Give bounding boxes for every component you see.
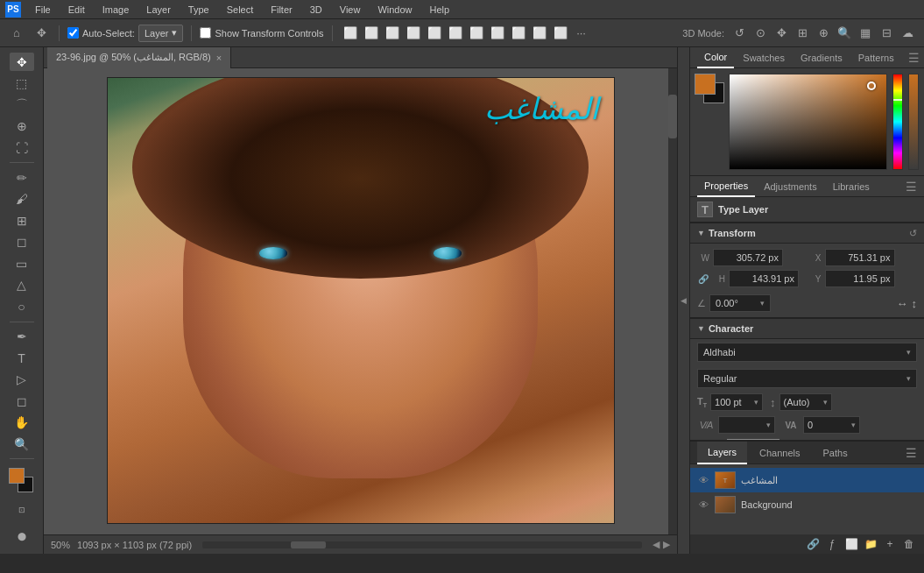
shape-tool[interactable]: ◻ <box>10 392 34 410</box>
transform-reset-icon[interactable]: ↺ <box>909 228 917 239</box>
tab-paths[interactable]: Paths <box>813 442 858 464</box>
font-name-dropdown[interactable]: Aldhabi ▾ <box>697 343 917 362</box>
color-cursor[interactable] <box>867 81 876 90</box>
layer-eye-icon-2[interactable]: 👁 <box>697 499 709 510</box>
marquee-tool[interactable]: ⬚ <box>10 74 34 92</box>
align-middle-icon[interactable]: ⬜ <box>425 24 444 43</box>
tab-patterns[interactable]: Patterns <box>851 47 901 68</box>
layout-icon[interactable]: ▦ <box>856 24 875 43</box>
extra-icon[interactable]: ⊟ <box>877 24 896 43</box>
tab-layers[interactable]: Layers <box>697 442 747 464</box>
horizontal-scrollbar[interactable] <box>202 541 642 548</box>
gradient-tool[interactable]: ▭ <box>10 254 34 272</box>
zoom-3d-icon[interactable]: ⊞ <box>793 24 812 43</box>
lasso-tool[interactable]: ⌒ <box>10 96 34 114</box>
layer-mask-icon[interactable]: ⬜ <box>843 536 859 552</box>
crop-tool[interactable]: ⛶ <box>10 138 34 157</box>
distribute-5-icon[interactable]: ⬜ <box>551 24 570 43</box>
link-layers-icon[interactable]: 🔗 <box>805 536 821 552</box>
zoom-icon[interactable]: 🔍 <box>835 24 854 43</box>
kerning-input[interactable]: 0 ▾ <box>803 416 860 434</box>
more-options-icon[interactable]: ··· <box>572 24 591 43</box>
move-tool[interactable]: ✥ <box>10 53 34 71</box>
menu-type[interactable]: Type <box>185 4 213 15</box>
hue-slider[interactable] <box>892 74 903 170</box>
scroll-right-icon[interactable]: ▶ <box>663 539 670 550</box>
h-scroll-thumb[interactable] <box>291 541 326 548</box>
align-left-icon[interactable]: ⬜ <box>341 24 360 43</box>
path-select-tool[interactable]: ▷ <box>10 370 34 388</box>
color-gradient-picker[interactable] <box>729 74 887 170</box>
align-bottom-icon[interactable]: ⬜ <box>446 24 465 43</box>
quick-select-tool[interactable]: ⊕ <box>10 117 34 135</box>
cloud-icon[interactable]: ☁ <box>898 24 917 43</box>
distribute-1-icon[interactable]: ⬜ <box>467 24 486 43</box>
pen-tool[interactable]: ✒ <box>10 327 34 345</box>
eyedropper-tool[interactable]: ✏ <box>10 168 34 187</box>
tab-channels[interactable]: Channels <box>749 442 810 464</box>
menu-filter[interactable]: Filter <box>267 4 295 15</box>
menu-window[interactable]: Window <box>374 4 415 15</box>
brush-tool[interactable]: 🖌 <box>10 190 34 209</box>
new-layer-icon[interactable]: + <box>882 536 898 552</box>
quick-mask-icon[interactable]: ⬤ <box>10 524 34 548</box>
layer-row-1[interactable]: 👁 T المشاغب <box>690 468 924 492</box>
layer-effects-icon[interactable]: ƒ <box>824 536 840 552</box>
rotate-icon[interactable]: ↺ <box>730 24 749 43</box>
align-center-h-icon[interactable]: ⬜ <box>362 24 381 43</box>
tab-properties[interactable]: Properties <box>697 176 755 197</box>
distribute-2-icon[interactable]: ⬜ <box>488 24 507 43</box>
height-input[interactable]: 143.91 px <box>729 270 799 287</box>
leading-input[interactable]: (Auto) ▾ <box>779 393 832 411</box>
layers-panel-menu-icon[interactable]: ☰ <box>906 446 917 460</box>
default-colors-icon[interactable]: ⊡ <box>10 498 34 522</box>
tracking-input[interactable]: ▾ <box>718 416 775 434</box>
layer-eye-icon[interactable]: 👁 <box>697 475 709 485</box>
delete-layer-icon[interactable]: 🗑 <box>901 536 917 552</box>
stamp-tool[interactable]: ⊞ <box>10 211 34 230</box>
color-panel-menu-icon[interactable]: ☰ <box>908 51 920 65</box>
opacity-slider[interactable] <box>908 74 919 170</box>
orbit-icon[interactable]: ⊙ <box>751 24 770 43</box>
move-icon[interactable]: ✥ <box>32 24 51 43</box>
menu-help[interactable]: Help <box>427 4 454 15</box>
home-icon[interactable]: ⌂ <box>7 24 26 43</box>
eraser-tool[interactable]: ◻ <box>10 233 34 251</box>
auto-select-checkbox[interactable] <box>67 27 79 39</box>
align-right-icon[interactable]: ⬜ <box>383 24 402 43</box>
foreground-color[interactable] <box>9 468 25 484</box>
layer-row-2[interactable]: 👁 Background <box>690 492 924 517</box>
lock-aspect-icon[interactable]: 🔗 <box>697 274 709 284</box>
dodge-tool[interactable]: ○ <box>10 297 34 315</box>
canvas-tab-close[interactable]: × <box>216 53 222 63</box>
flip-v-icon[interactable]: ↕ <box>912 297 918 310</box>
flip-h-icon[interactable]: ↔ <box>897 297 908 310</box>
zoom-tool[interactable]: 🔍 <box>10 435 34 453</box>
transform-controls-checkbox[interactable] <box>200 27 211 39</box>
search-icon[interactable]: ⊕ <box>814 24 833 43</box>
distribute-3-icon[interactable]: ⬜ <box>509 24 528 43</box>
v-scroll-thumb[interactable] <box>668 95 677 138</box>
new-group-icon[interactable]: 📁 <box>863 536 878 552</box>
foreground-swatch[interactable] <box>695 74 716 95</box>
align-top-icon[interactable]: ⬜ <box>404 24 423 43</box>
panel-collapse-btn[interactable]: ◀ <box>677 47 689 554</box>
character-section-header[interactable]: ▼ Character <box>690 318 924 339</box>
tab-swatches[interactable]: Swatches <box>736 47 792 68</box>
menu-select[interactable]: Select <box>223 4 257 15</box>
y-input[interactable]: 11.95 px <box>825 270 895 287</box>
menu-edit[interactable]: Edit <box>65 4 88 15</box>
distribute-4-icon[interactable]: ⬜ <box>530 24 549 43</box>
properties-panel-menu-icon[interactable]: ☰ <box>906 180 917 194</box>
canvas-tab-main[interactable]: 23-96.jpg @ 50% (المشاغب, RGB/8) × <box>47 47 231 68</box>
x-input[interactable]: 751.31 px <box>825 249 895 266</box>
scroll-left-icon[interactable]: ◀ <box>652 539 659 550</box>
tab-gradients[interactable]: Gradients <box>794 47 850 68</box>
menu-file[interactable]: File <box>32 4 54 15</box>
vertical-scrollbar[interactable] <box>668 68 677 534</box>
tab-color[interactable]: Color <box>697 47 734 68</box>
width-input[interactable]: 305.72 px <box>713 249 783 266</box>
menu-3d[interactable]: 3D <box>307 4 326 15</box>
blur-tool[interactable]: △ <box>10 276 34 294</box>
font-size-input[interactable]: 100 pt ▾ <box>710 393 763 411</box>
